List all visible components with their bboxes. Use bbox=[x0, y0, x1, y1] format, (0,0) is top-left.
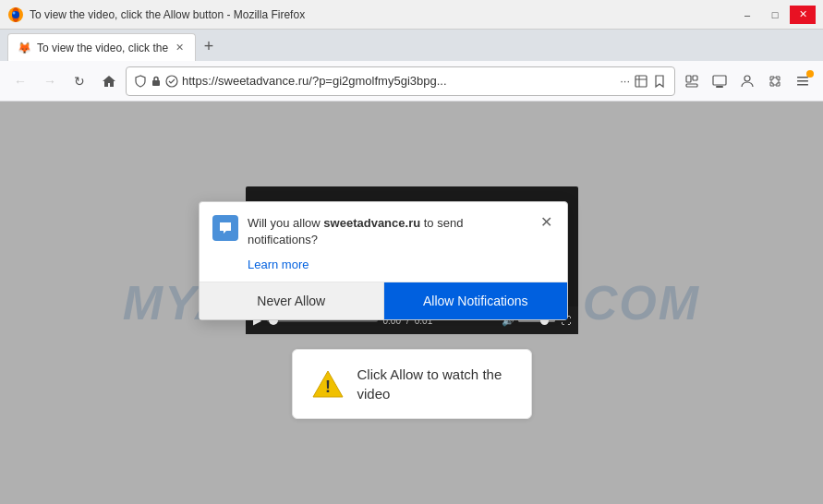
menu-button[interactable] bbox=[790, 68, 816, 94]
nav-right-buttons bbox=[679, 68, 816, 94]
svg-rect-6 bbox=[635, 76, 647, 87]
refresh-button[interactable]: ↻ bbox=[67, 68, 92, 94]
tab-bar: 🦊 To view the video, click the ✕ + bbox=[0, 30, 823, 61]
extensions-button[interactable] bbox=[762, 68, 788, 94]
title-bar-controls: – □ ✕ bbox=[734, 6, 816, 24]
svg-point-12 bbox=[744, 76, 750, 81]
url-bar-security-icons bbox=[134, 75, 178, 88]
container-icon bbox=[634, 74, 648, 89]
url-text: https://sweetadvance.ru/?p=gi2gmolfmy5gi… bbox=[182, 74, 616, 88]
bookmark-icon[interactable] bbox=[652, 74, 667, 89]
svg-rect-10 bbox=[713, 76, 726, 85]
url-bar-right-icons: ··· bbox=[620, 74, 667, 89]
new-tab-button[interactable]: + bbox=[196, 33, 222, 59]
sync-tabs-icon bbox=[712, 74, 727, 89]
learn-more-link[interactable]: Learn more bbox=[248, 258, 309, 271]
forward-button[interactable]: → bbox=[37, 68, 63, 94]
warning-icon: ! bbox=[311, 367, 345, 401]
notif-learn-more-section: Learn more bbox=[200, 256, 567, 282]
title-bar: To view the video, click the Allow butto… bbox=[0, 0, 823, 30]
notif-popup-header: Will you allow sweetadvance.ru to send n… bbox=[200, 202, 567, 256]
tab-close-button[interactable]: ✕ bbox=[174, 40, 186, 55]
nav-bar: ← → ↻ https://sweetadvance.ru/?p=gi2gmol… bbox=[0, 61, 823, 102]
extensions-icon bbox=[768, 74, 782, 89]
active-tab[interactable]: 🦊 To view the video, click the ✕ bbox=[7, 33, 196, 61]
firefox-logo-icon bbox=[7, 6, 24, 23]
notification-badge-dot bbox=[806, 70, 814, 78]
click-allow-info-box: ! Click Allow to watch the video bbox=[292, 349, 532, 419]
tab-title: To view the video, click the bbox=[37, 42, 168, 54]
svg-point-3 bbox=[13, 11, 16, 14]
home-button[interactable] bbox=[96, 68, 122, 94]
account-icon bbox=[740, 74, 755, 89]
svg-rect-15 bbox=[797, 84, 808, 86]
never-allow-button[interactable]: Never Allow bbox=[200, 282, 384, 319]
svg-rect-11 bbox=[716, 86, 723, 88]
maximize-button[interactable]: □ bbox=[762, 6, 788, 24]
notif-close-button[interactable]: ✕ bbox=[539, 215, 554, 230]
notification-permission-popup: Will you allow sweetadvance.ru to send n… bbox=[199, 201, 568, 320]
account-button[interactable] bbox=[734, 68, 760, 94]
chat-bubble-icon bbox=[218, 221, 233, 235]
page-content: MYANTISPYWARE.COM Will you allow sweetad… bbox=[0, 102, 823, 504]
minimize-button[interactable]: – bbox=[734, 6, 760, 24]
window-title: To view the video, click the Allow butto… bbox=[30, 8, 305, 21]
svg-rect-8 bbox=[693, 76, 697, 80]
notif-site-name: sweetadvance.ru bbox=[323, 216, 420, 230]
tab-favicon-icon: 🦊 bbox=[18, 42, 31, 54]
allow-notifications-button[interactable]: Allow Notifications bbox=[384, 282, 568, 319]
bookmark-list-icon bbox=[684, 74, 699, 89]
collections-button[interactable] bbox=[679, 68, 705, 94]
notif-chat-icon bbox=[212, 215, 238, 241]
notif-message-text: Will you allow sweetadvance.ru to send n… bbox=[248, 215, 529, 248]
synced-tabs-button[interactable] bbox=[707, 68, 732, 94]
svg-rect-9 bbox=[686, 84, 697, 87]
svg-rect-14 bbox=[797, 80, 808, 82]
svg-rect-7 bbox=[686, 76, 691, 82]
url-bar[interactable]: https://sweetadvance.ru/?p=gi2gmolfmy5gi… bbox=[126, 66, 675, 96]
svg-rect-4 bbox=[152, 80, 160, 86]
security-shield-icon bbox=[134, 75, 147, 88]
close-button[interactable]: ✕ bbox=[790, 6, 816, 24]
warning-triangle-icon: ! bbox=[311, 367, 345, 401]
lock-icon bbox=[150, 75, 163, 88]
title-bar-left: To view the video, click the Allow butto… bbox=[7, 6, 305, 23]
click-allow-text: Click Allow to watch the video bbox=[357, 365, 513, 403]
url-verify-icon bbox=[165, 75, 178, 88]
notif-action-buttons: Never Allow Allow Notifications bbox=[200, 282, 567, 319]
back-button[interactable]: ← bbox=[7, 68, 33, 94]
more-actions-button[interactable]: ··· bbox=[620, 74, 630, 88]
home-icon bbox=[102, 74, 116, 89]
svg-point-5 bbox=[166, 76, 177, 87]
svg-text:!: ! bbox=[325, 378, 331, 396]
